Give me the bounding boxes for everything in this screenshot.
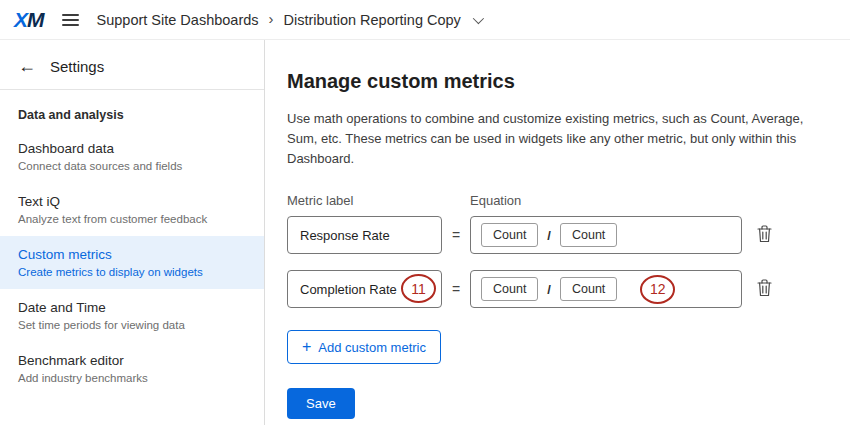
breadcrumb: Support Site Dashboards › Distribution R… [97, 12, 481, 28]
add-custom-metric-button[interactable]: + Add custom metric [287, 330, 441, 364]
sidebar-item-custom-metrics[interactable]: Custom metrics Create metrics to display… [0, 236, 264, 289]
operator-divide: / [547, 228, 551, 243]
equation-field[interactable]: Count / Count [470, 216, 742, 254]
trash-icon [757, 285, 772, 300]
add-custom-metric-label: Add custom metric [318, 340, 426, 355]
logo-x: X [14, 8, 27, 31]
metric-row: Completion Rate 11 = Count / Count 12 [287, 270, 826, 308]
delete-metric-button[interactable] [753, 221, 776, 250]
metric-label-value: Completion Rate [300, 282, 397, 297]
operand-button[interactable]: Count [481, 277, 538, 301]
sidebar-item-date-and-time[interactable]: Date and Time Set time periods for viewi… [0, 289, 264, 342]
sidebar-item-dashboard-data[interactable]: Dashboard data Connect data sources and … [0, 130, 264, 183]
sidebar-item-sub: Analyze text from customer feedback [18, 213, 246, 225]
sidebar-item-label: Date and Time [18, 300, 246, 315]
metric-label-column-header: Metric label [287, 193, 442, 208]
logo-m: M [27, 8, 44, 31]
column-headers: Metric label Equation [287, 193, 826, 208]
sidebar-item-benchmark-editor[interactable]: Benchmark editor Add industry benchmarks [0, 342, 264, 395]
equals-sign: = [442, 227, 470, 243]
delete-metric-button[interactable] [753, 275, 776, 304]
settings-label: Settings [50, 58, 104, 75]
xm-logo[interactable]: XM [14, 8, 44, 32]
metric-label-input[interactable]: Response Rate [287, 216, 442, 254]
save-button[interactable]: Save [287, 388, 355, 419]
equation-field[interactable]: Count / Count 12 [470, 270, 742, 308]
metric-label-input[interactable]: Completion Rate 11 [287, 270, 442, 308]
chevron-down-icon[interactable] [473, 12, 484, 23]
plus-icon: + [302, 339, 311, 355]
breadcrumb-root[interactable]: Support Site Dashboards [97, 12, 259, 28]
custom-metrics-panel: Manage custom metrics Use math operation… [265, 40, 850, 425]
sidebar-item-sub: Connect data sources and fields [18, 160, 246, 172]
sidebar-item-text-iq[interactable]: Text iQ Analyze text from customer feedb… [0, 183, 264, 236]
operand-button[interactable]: Count [560, 277, 617, 301]
topbar: XM Support Site Dashboards › Distributio… [0, 0, 850, 40]
trash-icon [757, 231, 772, 246]
annotation-badge-11: 11 [401, 274, 436, 303]
sidebar-section-header: Data and analysis [0, 90, 264, 130]
equation-column-header: Equation [470, 193, 742, 208]
page-title: Manage custom metrics [287, 70, 826, 93]
back-to-settings[interactable]: ← Settings [0, 40, 264, 90]
page-description: Use math operations to combine and custo… [287, 109, 826, 169]
settings-sidebar: ← Settings Data and analysis Dashboard d… [0, 40, 265, 425]
operand-button[interactable]: Count [481, 223, 538, 247]
sidebar-item-sub: Create metrics to display on widgets [18, 266, 246, 278]
annotation-badge-12: 12 [640, 275, 675, 304]
menu-icon[interactable] [60, 10, 81, 30]
sidebar-item-sub: Add industry benchmarks [18, 372, 246, 384]
operator-divide: / [547, 282, 551, 297]
sidebar-item-label: Custom metrics [18, 247, 246, 262]
breadcrumb-current[interactable]: Distribution Reporting Copy [284, 12, 461, 28]
equals-sign: = [442, 281, 470, 297]
operand-button[interactable]: Count [560, 223, 617, 247]
chevron-right-icon: › [269, 11, 274, 26]
back-arrow-icon: ← [18, 57, 36, 75]
sidebar-item-label: Dashboard data [18, 141, 246, 156]
sidebar-item-sub: Set time periods for viewing data [18, 319, 246, 331]
metric-label-value: Response Rate [300, 228, 390, 243]
sidebar-item-label: Text iQ [18, 194, 246, 209]
metric-row: Response Rate = Count / Count [287, 216, 826, 254]
sidebar-item-label: Benchmark editor [18, 353, 246, 368]
